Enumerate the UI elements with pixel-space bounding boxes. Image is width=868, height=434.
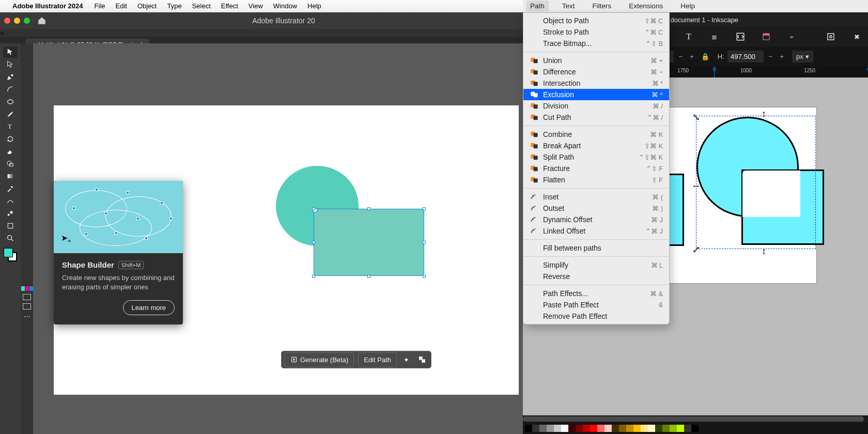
dec-icon[interactable]: − <box>767 53 775 60</box>
h-field[interactable] <box>727 51 764 63</box>
swatch[interactable] <box>597 425 605 432</box>
color-mode-icon[interactable] <box>21 286 33 291</box>
menu-select[interactable]: Select <box>192 2 211 10</box>
menu-item-flatten[interactable]: Flatten⇧ F <box>523 174 669 185</box>
menu-item-break-apart[interactable]: Break Apart⇧⌘ K <box>523 140 669 151</box>
type-tool[interactable]: T <box>3 121 18 132</box>
menu-item-cut-path[interactable]: Cut Path⌃⌘ / <box>523 112 669 123</box>
menu-item-path-effects-[interactable]: Path Effects...⌘ & <box>523 288 669 299</box>
ai-canvas[interactable]: Generate (Beta) Edit Path ✦ <box>33 43 523 434</box>
prefs-icon[interactable] <box>825 30 837 43</box>
app-name[interactable]: Adobe Illustrator 2024 <box>12 2 83 10</box>
sel-handle[interactable] <box>312 275 315 278</box>
artboard-tool[interactable] <box>3 220 18 231</box>
swatch[interactable] <box>583 425 590 432</box>
swatch[interactable] <box>539 425 547 432</box>
expand-panel-icon[interactable]: » <box>0 29 4 37</box>
menu-item-union[interactable]: Union⌘ + <box>523 55 669 66</box>
eraser-tool[interactable] <box>3 146 18 157</box>
swatch[interactable] <box>641 425 648 432</box>
menu-item-simplify[interactable]: Simplify⌘ L <box>523 259 669 271</box>
menu-item-dynamic-offset[interactable]: Dynamic Offset⌘ J <box>523 214 669 225</box>
shape-builder-tool[interactable] <box>3 158 18 169</box>
h-scrollbar[interactable] <box>523 415 868 423</box>
menu-item-reverse[interactable]: Reverse <box>523 271 669 282</box>
inc-icon[interactable]: + <box>778 53 786 60</box>
rotate-tool[interactable] <box>3 133 18 145</box>
brush-tool[interactable] <box>3 109 18 120</box>
menu-item-combine[interactable]: Combine⌘ K <box>523 129 669 140</box>
menu-object[interactable]: Object <box>137 2 157 10</box>
scale-handle-icon[interactable]: ↔ <box>691 181 701 192</box>
swatch[interactable] <box>605 425 612 432</box>
swatch[interactable] <box>662 425 670 432</box>
menu-effect[interactable]: Effect <box>221 2 238 10</box>
inc-icon[interactable]: + <box>688 53 696 60</box>
swatch[interactable] <box>691 425 699 432</box>
swatch[interactable] <box>590 425 597 432</box>
ink-menu-path[interactable]: Path <box>526 1 549 11</box>
screen-mode-icon[interactable] <box>23 303 31 309</box>
ink-menu-extensions[interactable]: Extensions <box>625 1 667 11</box>
menu-item-fill-between-paths[interactable]: Fill between paths <box>523 242 669 254</box>
unit-select[interactable]: px▾ <box>792 51 813 63</box>
scale-handle-icon[interactable]: ↕ <box>762 246 766 257</box>
xml-icon[interactable] <box>734 30 747 43</box>
menu-type[interactable]: Type <box>167 2 181 10</box>
draw-mode-icon[interactable] <box>23 294 31 300</box>
swatch[interactable] <box>561 425 568 432</box>
sel-handle[interactable] <box>367 207 370 210</box>
ellipse-tool[interactable] <box>3 96 18 107</box>
swatch[interactable] <box>633 425 641 432</box>
menu-item-split-path[interactable]: Split Path⌃⇧⌘ K <box>523 151 669 163</box>
swatch[interactable] <box>619 425 626 432</box>
ink-menu-text[interactable]: Text <box>558 1 579 11</box>
menu-item-intersection[interactable]: Intersection⌘ * <box>523 78 669 89</box>
group-icon[interactable] <box>416 355 428 364</box>
close-icon[interactable] <box>4 18 10 24</box>
menu-item-outset[interactable]: Outset⌘ ) <box>523 203 669 214</box>
learn-more-button[interactable]: Learn more <box>123 300 175 315</box>
swatch[interactable] <box>670 425 677 432</box>
sel-handle[interactable] <box>423 241 426 244</box>
selectors-icon[interactable] <box>760 30 772 43</box>
swatch[interactable] <box>655 425 662 432</box>
menu-edit[interactable]: Edit <box>116 2 127 10</box>
scrollbar-thumb[interactable] <box>523 416 864 422</box>
menu-item-paste-path-effect[interactable]: Paste Path Effect& <box>523 299 669 311</box>
scale-handle-icon[interactable]: ⤢ <box>692 244 700 255</box>
menu-item-division[interactable]: Division⌘ / <box>523 100 669 112</box>
swatch[interactable] <box>648 425 655 432</box>
swatch[interactable] <box>612 425 619 432</box>
menu-item-exclusion[interactable]: Exclusion⌘ ^ <box>523 89 669 100</box>
menu-item-remove-path-effect[interactable]: Remove Path Effect <box>523 311 669 322</box>
menu-item-inset[interactable]: Inset⌘ ( <box>523 191 669 203</box>
menu-item-object-to-path[interactable]: Object to Path⇧⌘ C <box>523 15 669 26</box>
direct-select-tool[interactable] <box>3 59 18 70</box>
gradient-tool[interactable] <box>3 171 18 182</box>
settings-icon[interactable]: ✖ <box>850 30 863 43</box>
swatch[interactable] <box>547 425 554 432</box>
swatch[interactable] <box>532 425 539 432</box>
swatch[interactable] <box>525 425 532 432</box>
swatch[interactable] <box>677 425 684 432</box>
menu-help[interactable]: Help <box>307 2 321 10</box>
minimize-icon[interactable] <box>14 18 20 24</box>
sel-handle[interactable] <box>423 275 426 278</box>
fill-stroke-swatch[interactable] <box>4 248 17 261</box>
edit-toolbar-icon[interactable]: ⋯ <box>24 313 30 320</box>
menu-view[interactable]: View <box>249 2 263 10</box>
sel-handle[interactable] <box>367 275 370 278</box>
symbol-tool[interactable] <box>3 208 18 219</box>
scale-handle-icon[interactable]: ↕ <box>762 109 766 119</box>
layers-panel-icon[interactable]: ≣ <box>708 30 721 43</box>
recolor-icon[interactable]: ✦ <box>401 356 412 364</box>
sel-handle[interactable] <box>423 207 426 210</box>
sel-handle[interactable] <box>312 241 315 244</box>
pen-tool[interactable] <box>3 71 18 83</box>
swatch[interactable] <box>626 425 633 432</box>
sel-handle[interactable] <box>312 207 315 210</box>
maximize-icon[interactable] <box>24 18 30 24</box>
dec-icon[interactable]: − <box>677 53 685 60</box>
generate-button[interactable]: Generate (Beta) <box>285 352 354 367</box>
